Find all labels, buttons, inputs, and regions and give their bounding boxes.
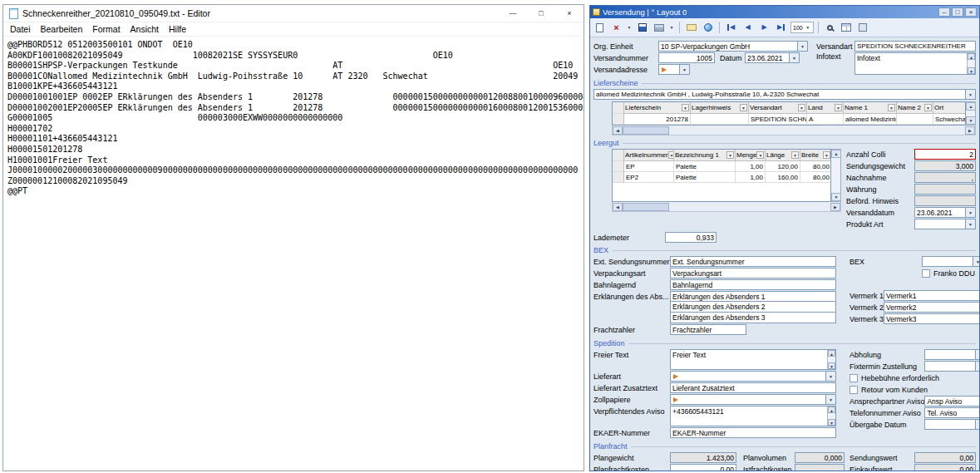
abholung-combo[interactable]: ▼ <box>924 349 979 360</box>
editor-text-content[interactable]: @@PHBORD512 0512003500101 ONDOT OE10 A00… <box>3 37 584 468</box>
print-icon[interactable] <box>652 21 666 35</box>
scroll-down-icon[interactable]: ▼ <box>968 67 975 74</box>
mail-icon[interactable] <box>684 21 698 35</box>
filter-dropdown-icon[interactable]: ▼ <box>823 151 830 159</box>
versanddatum-field[interactable]: 23.06.2021 <box>914 207 966 218</box>
cell-ort[interactable]: Schwechat <box>933 114 966 125</box>
hebebuehne-checkbox[interactable] <box>849 374 858 382</box>
filter-dropdown-icon[interactable]: ▼ <box>740 104 747 111</box>
versandadresse-combo[interactable]: ▼ <box>658 64 690 75</box>
ekaer-nummer-field[interactable]: EKAER-Nummer <box>670 427 836 438</box>
verpflichtendes-aviso-value[interactable]: +436605443121 <box>671 406 827 426</box>
print-dropdown-icon[interactable]: ▼ <box>668 25 675 30</box>
lieferschein-address-bar[interactable]: allomed Medizintechnik GmbH , Ludwig-Poi… <box>593 89 966 100</box>
vermerk1-field[interactable]: Vermerk1 <box>884 290 979 301</box>
filter-dropdown-icon[interactable]: ▼ <box>888 104 895 111</box>
franko-ddu-checkbox[interactable] <box>922 269 930 278</box>
chevron-down-icon[interactable]: ▼ <box>826 394 836 405</box>
versandadresse-field[interactable] <box>658 64 680 75</box>
freier-text-value[interactable]: Freier Text <box>671 350 827 369</box>
leergut-hscrollbar[interactable]: ◀ ▶ <box>612 202 841 212</box>
editor-maximize-button[interactable]: □ <box>527 5 555 22</box>
chevron-down-icon[interactable]: ▼ <box>973 256 979 267</box>
menu-bearbeiten[interactable]: Bearbeiten <box>36 24 88 34</box>
chevron-down-icon[interactable]: ▼ <box>966 219 976 229</box>
new-record-icon[interactable] <box>593 21 607 35</box>
scroll-right-icon[interactable]: ▶ <box>830 203 840 211</box>
scroll-down-icon[interactable]: ▼ <box>828 362 835 369</box>
col-versandart[interactable]: Versandart▼ <box>749 102 807 114</box>
filter-dropdown-icon[interactable]: ▼ <box>756 151 764 159</box>
anzahl-colli-field[interactable]: 2 <box>914 149 976 160</box>
cell-land[interactable]: A <box>807 114 844 125</box>
hebebuehne-label[interactable]: Hebebühne erforderlich <box>861 374 939 382</box>
app-titlebar[interactable]: Versendung | ° Layout 0 – □ × <box>590 6 979 18</box>
cell-artikelnummer[interactable]: EP2 <box>624 172 674 183</box>
scrollbar-thumb[interactable] <box>623 126 669 135</box>
cell-breite[interactable]: 80,00 <box>800 172 831 183</box>
zoom-level-button[interactable]: 100▼ <box>790 22 814 33</box>
filter-dropdown-icon[interactable]: ▼ <box>682 104 689 111</box>
nav-first-icon[interactable]: ◀ <box>724 21 738 35</box>
versandart-field[interactable]: SPEDITION SCHNECKENREITHER <box>854 41 976 52</box>
nav-last-icon[interactable]: ▶ <box>774 21 788 35</box>
abholung-field[interactable] <box>924 349 976 360</box>
cell-breite[interactable]: 80,00 <box>800 161 831 172</box>
search-icon[interactable] <box>823 21 837 35</box>
leergut-table-row[interactable]: EP Palette 1,00 120,00 80,00 <box>613 161 830 172</box>
scroll-left-icon[interactable]: ◀ <box>613 126 623 135</box>
col-land[interactable]: Land▼ <box>807 102 844 114</box>
cell-menge[interactable]: 1,00 <box>736 172 766 183</box>
chevron-down-icon[interactable]: ▼ <box>976 419 979 430</box>
col-menge[interactable]: Menge▼ <box>736 150 766 161</box>
filter-dropdown-icon[interactable]: ▼ <box>798 104 805 111</box>
menu-datei[interactable]: Datei <box>5 24 36 34</box>
retour-checkbox[interactable] <box>849 386 858 394</box>
versandnummer-field[interactable]: 1005 <box>658 52 715 63</box>
org-einheit-combo[interactable]: 10 SP-Verpackungen GmbH ▼ <box>658 41 808 52</box>
chevron-down-icon[interactable]: ▼ <box>966 207 976 218</box>
produkt-art-combo[interactable]: ▼ <box>914 219 976 229</box>
vermerk3-field[interactable]: Vermerk3 <box>884 313 979 324</box>
retour-label[interactable]: Retour vom Kunden <box>861 386 928 394</box>
menu-format[interactable]: Format <box>87 24 125 34</box>
ansprechpartner-aviso-field[interactable]: Ansp Aviso <box>924 396 979 406</box>
app-maximize-button[interactable]: □ <box>952 7 963 17</box>
lieferart-field[interactable] <box>670 371 826 382</box>
col-lieferschein[interactable]: Lieferschein▼ <box>624 102 691 114</box>
verpackungsart-field[interactable]: Verpackungsart <box>670 268 836 278</box>
freier-text-box[interactable]: Freier Text ▲▼ <box>670 349 836 370</box>
row-selector[interactable] <box>613 172 624 183</box>
erklaerungen-1-field[interactable]: Erklärungen des Absenders 1 <box>670 291 836 302</box>
scroll-up-icon[interactable]: ▲ <box>828 350 835 357</box>
chevron-down-icon[interactable]: ▼ <box>680 64 690 75</box>
leergut-vscrollbar[interactable]: ▲ ▼ <box>831 149 841 202</box>
refresh-icon[interactable] <box>701 21 715 35</box>
cell-lieferschein[interactable]: 201278 <box>624 114 691 125</box>
col-lagerhinweis[interactable]: Lagerhinweis▼ <box>691 102 749 114</box>
cell-menge[interactable]: 1,00 <box>736 161 766 172</box>
col-ort[interactable]: Ort▼ <box>933 102 966 114</box>
chevron-down-icon[interactable]: ▼ <box>976 349 979 360</box>
cell-name1[interactable]: allomed Medizinte <box>844 114 897 125</box>
zollpapiere-combo[interactable]: ▼ <box>670 394 836 405</box>
lieferscheine-hscrollbar[interactable]: ◀ ▶ <box>612 126 976 135</box>
scroll-right-icon[interactable]: ▶ <box>965 126 975 135</box>
bex-field[interactable] <box>922 256 973 267</box>
leergut-table-row[interactable]: EP2 Palette 1,00 160,00 80,00 <box>613 172 830 183</box>
nav-prev-icon[interactable]: ◀ <box>741 21 755 35</box>
filter-dropdown-icon[interactable]: ▼ <box>791 151 799 159</box>
delete-dropdown-icon[interactable]: ▼ <box>626 25 633 30</box>
erklaerungen-2-field[interactable]: Erklärungen des Absenders 2 <box>670 302 836 313</box>
filter-dropdown-icon[interactable]: ▼ <box>726 151 734 159</box>
editor-close-button[interactable]: × <box>555 5 584 22</box>
uebergabe-datum-combo[interactable]: ▼ <box>924 419 979 430</box>
lieferscheine-vscrollbar[interactable]: ▲ ▼ <box>966 101 976 126</box>
cell-laenge[interactable]: 120,00 <box>766 161 800 172</box>
cell-name2[interactable] <box>897 114 933 125</box>
verpflichtendes-aviso-box[interactable]: +436605443121 ▲▼ <box>670 406 836 426</box>
frachtzahler-field[interactable]: Frachtzahler <box>670 324 746 335</box>
infotext-value[interactable]: Infotext <box>855 53 967 74</box>
lademeter-field[interactable]: 0,933 <box>665 232 717 243</box>
chevron-down-icon[interactable]: ▼ <box>790 52 800 63</box>
